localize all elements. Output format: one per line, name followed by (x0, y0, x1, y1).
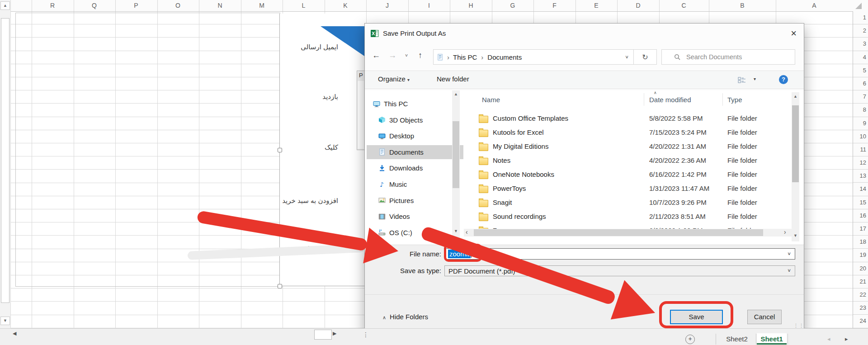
row-header[interactable]: 24 (853, 315, 868, 328)
column-header[interactable]: O (175, 0, 180, 11)
chevron-down-icon[interactable]: ∨ (787, 251, 791, 256)
scroll-up-icon[interactable]: ▲ (793, 94, 797, 99)
row-header[interactable]: 8 (853, 104, 868, 117)
breadcrumb-sep-icon[interactable]: › (481, 53, 483, 61)
back-icon[interactable]: ← (372, 51, 380, 60)
row-header[interactable]: 15 (853, 196, 868, 209)
view-details-icon[interactable] (737, 76, 747, 84)
row-header[interactable]: 2 (853, 24, 868, 38)
hide-folders-button[interactable]: ∧Hide Folders (382, 313, 428, 321)
tab-sheet2[interactable]: Sheet2 (719, 333, 755, 345)
sidebar-item-3d-objects[interactable]: 3D Objects (367, 113, 463, 127)
sidebar-scrollbar[interactable]: ▲ ▼ (452, 90, 460, 245)
column-header[interactable]: H (468, 0, 473, 11)
breadcrumb-sep-icon[interactable]: › (447, 53, 449, 61)
chevron-right-icon[interactable]: › (784, 228, 786, 236)
file-row[interactable]: Snagit10/7/2023 9:26 PMFile folder (464, 196, 792, 210)
vertical-scroll-thumb[interactable] (1, 18, 9, 303)
view-caret-icon[interactable]: ▾ (754, 76, 756, 81)
row-header[interactable]: 4 (853, 51, 868, 64)
file-row[interactable]: Custom Office Templates5/8/2022 5:58 PMF… (464, 112, 792, 126)
row-header[interactable]: 18 (853, 236, 868, 249)
breadcrumb[interactable]: › This PC › Documents ∨ (433, 49, 634, 65)
column-header[interactable]: R (50, 0, 55, 11)
row-header[interactable]: 6 (853, 77, 868, 90)
column-header[interactable]: M (259, 0, 264, 11)
column-header[interactable]: K (343, 0, 347, 11)
row-header[interactable]: 10 (853, 130, 868, 143)
scroll-down-icon[interactable]: ▼ (793, 233, 797, 238)
column-header-date[interactable]: Date modified (649, 96, 691, 104)
row-header[interactable]: 12 (853, 156, 868, 170)
chevron-down-icon[interactable]: ∨ (787, 268, 791, 273)
cancel-button[interactable]: Cancel (747, 310, 782, 324)
column-header[interactable]: A (812, 0, 816, 11)
column-header[interactable]: D (636, 0, 640, 11)
row-header[interactable]: 20 (853, 262, 868, 275)
scroll-up-icon[interactable]: ▲ (454, 92, 458, 96)
row-header[interactable]: 9 (853, 117, 868, 130)
breadcrumb-this-pc[interactable]: This PC (453, 53, 477, 61)
column-header[interactable]: G (510, 0, 515, 11)
save-as-type-select[interactable]: PDF Document (*.pdf) ∨ (444, 265, 795, 276)
breadcrumb-current[interactable]: Documents (487, 53, 522, 61)
scroll-down-icon[interactable]: ▼ (454, 229, 458, 233)
column-header[interactable]: C (681, 0, 686, 11)
sort-asc-icon[interactable]: ∧ (654, 90, 657, 95)
column-header[interactable]: E (594, 0, 598, 11)
sidebar-item-music[interactable]: ♪Music (367, 177, 463, 191)
file-row[interactable]: Kutools for Excel7/15/2023 5:24 PMFile f… (464, 126, 792, 140)
row-header[interactable]: 11 (853, 143, 868, 156)
row-header[interactable]: 21 (853, 275, 868, 288)
new-folder-button[interactable]: New folder (437, 75, 469, 83)
row-header[interactable]: 19 (853, 249, 868, 262)
scroll-right-icon[interactable]: ▶ (333, 331, 336, 336)
sidebar-item-documents[interactable]: Documents (367, 145, 463, 159)
row-header[interactable]: 13 (853, 170, 868, 183)
row-header[interactable]: 14 (853, 183, 868, 196)
file-row[interactable]: Sound recordings2/11/2023 8:51 AMFile fo… (464, 210, 792, 224)
row-header[interactable]: 5 (853, 64, 868, 77)
column-header[interactable]: J (386, 0, 389, 11)
list-scroll-thumb[interactable] (792, 105, 799, 182)
scroll-up-icon[interactable]: ▲ (0, 1, 10, 10)
column-divider[interactable] (644, 93, 644, 106)
column-header[interactable]: N (217, 0, 222, 11)
row-header[interactable]: 23 (853, 302, 868, 315)
sidebar-item-downloads[interactable]: Downloads (367, 161, 463, 175)
selection-handle-mid[interactable] (278, 148, 282, 152)
file-row[interactable]: Notes4/20/2022 2:36 AMFile folder (464, 154, 792, 168)
row-header[interactable]: 17 (853, 222, 868, 236)
row-header[interactable]: 7 (853, 90, 868, 104)
column-header[interactable]: P (134, 0, 138, 11)
forward-icon[interactable]: → (388, 51, 396, 60)
column-header[interactable]: Q (92, 0, 97, 11)
row-header[interactable]: 16 (853, 209, 868, 222)
sidebar-scroll-thumb[interactable] (453, 121, 459, 188)
column-divider[interactable] (722, 93, 723, 106)
sidebar-item-videos[interactable]: Videos (367, 209, 463, 223)
nav-history-dropdown-icon[interactable]: ∨ (405, 53, 408, 57)
close-icon[interactable]: × (791, 27, 797, 40)
file-row[interactable]: My Digital Editions4/20/2022 1:31 AMFile… (464, 140, 792, 154)
file-row[interactable]: OneNote Notebooks6/16/2022 1:42 PMFile f… (464, 168, 792, 182)
file-list-h-scrollbar[interactable]: ‹ › (464, 229, 792, 236)
tab-split-dots-icon[interactable]: ⋮ (363, 331, 369, 338)
chevron-left-icon[interactable]: ‹ (466, 228, 468, 236)
file-row[interactable]: PowerToys1/31/2023 11:47 AMFile folder (464, 182, 792, 196)
sidebar-item-this-pc[interactable]: This PC (367, 97, 458, 111)
file-row[interactable]: Zanya6/2/2022 1:02 PMFile folder (464, 224, 792, 229)
search-box[interactable]: Search Documents (661, 49, 795, 65)
column-header[interactable]: I (428, 0, 430, 11)
column-header[interactable]: B (740, 0, 744, 11)
sheet-vertical-scrollbar[interactable]: ▲ ▼ (0, 0, 11, 328)
scroll-left-icon[interactable]: ◀ (13, 331, 16, 336)
up-icon[interactable]: ↑ (418, 51, 422, 60)
column-header[interactable]: F (552, 0, 557, 11)
help-icon[interactable]: ? (779, 75, 788, 84)
row-header[interactable]: 3 (853, 38, 868, 51)
tab-next-icon[interactable]: ▸ (845, 336, 848, 342)
select-all-corner[interactable] (855, 3, 862, 9)
refresh-button[interactable]: ↻ (633, 49, 657, 65)
column-header-type[interactable]: Type (727, 96, 742, 104)
